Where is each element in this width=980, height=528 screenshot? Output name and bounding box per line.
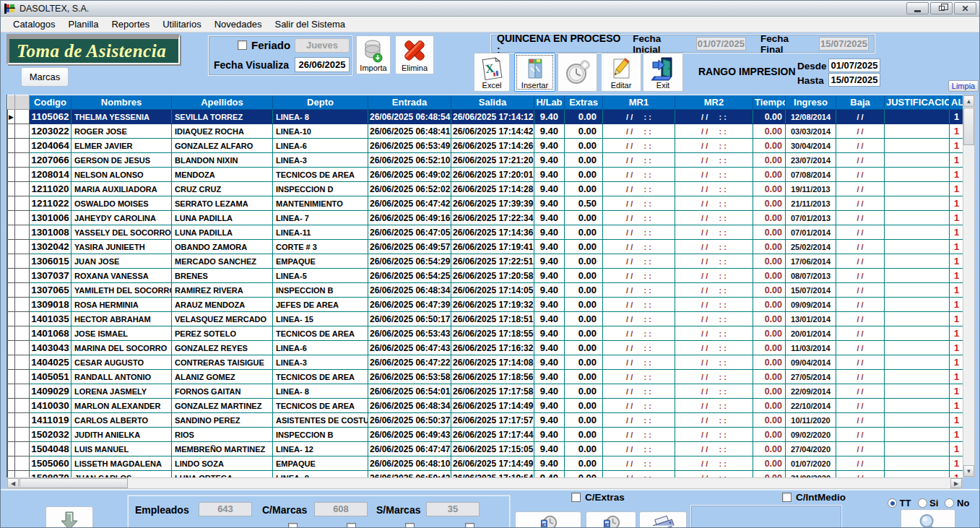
cell-depto[interactable]: LINEA- 8 [273,384,368,399]
cell-codigo[interactable]: 1211022 [30,196,71,211]
cell-ingreso[interactable]: 13/01/2014 [786,312,836,326]
cell-baja[interactable]: / / [836,442,885,456]
cell-salida[interactable]: 26/06/2025 17:14:36 [451,225,534,240]
cell-apellidos[interactable]: LUNA ORTEGA [172,471,273,478]
column-header-entrada[interactable]: Entrada [368,95,451,110]
cell-ingreso[interactable]: 07/08/2014 [786,168,836,182]
row-marker[interactable] [8,399,15,413]
cell-extras[interactable]: 0.00 [565,240,603,254]
cell-hlab[interactable]: 9.40 [534,341,565,355]
cell-salida[interactable]: 26/06/2025 17:19:32 [451,298,534,312]
cell-codigo[interactable]: 1404025 [30,355,71,370]
c-marcas-checkbox[interactable] [288,523,298,528]
radio-option-tt[interactable]: TT [888,496,911,509]
menu-item-reportes[interactable]: Reportes [105,17,156,31]
row-delete-mark[interactable] [15,269,30,283]
table-row[interactable]: 1204064ELMER JAVIERGONZALEZ ALFAROLINEA-… [8,139,963,153]
cell-entrada[interactable]: 26/06/2025 06:53:43 [368,326,451,341]
cell-tiempo[interactable]: 0.00 [753,110,786,124]
cell-tiempo[interactable]: 0.00 [753,182,786,196]
cell-mr1[interactable]: / / : : [603,139,675,153]
cell-hlab[interactable]: 9.40 [534,254,565,269]
cell-depto[interactable]: LINEA- 8 [273,471,368,478]
column-header-mr-[interactable]: MR2 [675,95,753,110]
cell-nombres[interactable]: YASIRA JUNIEETH [71,240,172,254]
cell-al[interactable]: 1 [950,471,963,478]
cell-salida[interactable]: 26/06/2025 17:20:58 [451,269,534,283]
cell-tiempo[interactable]: 0.00 [753,298,786,312]
cell-mr2[interactable]: / / : : [675,312,753,326]
cell-salida[interactable]: 26/06/2025 17:14:49 [451,456,534,471]
menu-item-novedades[interactable]: Novedades [208,17,269,31]
hscroll-thumb[interactable] [19,478,128,488]
cell-mr2[interactable]: / / : : [675,182,753,196]
cell-depto[interactable]: LINEA-5 [273,269,368,283]
cell-nombres[interactable]: JUDITH ANIELKA [71,428,172,442]
cell-al[interactable]: 1 [950,283,963,298]
cell-al[interactable]: 1 [950,298,963,312]
row-marker[interactable] [8,341,15,355]
row-delete-mark[interactable] [15,442,30,456]
row-marker[interactable] [8,442,15,456]
row-delete-mark[interactable] [15,124,30,139]
cell-apellidos[interactable]: CONTRERAS TAISIGUE [172,355,273,370]
column-header-apellidos[interactable]: Apellidos [172,95,273,110]
cell-salida[interactable]: 26/06/2025 17:22:51 [451,254,534,269]
row-delete-mark[interactable] [15,196,30,211]
cell-mr2[interactable]: / / : : [675,225,753,240]
column-header-extras[interactable]: Extras [565,95,603,110]
cell-apellidos[interactable]: BLANDON NIXIN [172,153,273,168]
cell-al[interactable]: 1 [950,442,963,456]
cell-entrada[interactable]: 26/06/2025 06:47:43 [368,341,451,355]
cell-codigo[interactable]: 1307037 [30,269,71,283]
cell-ingreso[interactable]: 09/02/2020 [786,428,836,442]
cell-nombres[interactable]: MARLON ALEXANDER [71,399,172,413]
cell-entrada[interactable]: 26/06/2025 06:48:34 [368,399,451,413]
cell-justificacion[interactable] [885,399,950,413]
cell-tiempo[interactable]: 0.00 [753,370,786,384]
radio-si-icon[interactable] [918,498,927,508]
cell-justificacion[interactable] [885,428,950,442]
cell-depto[interactable]: INSPECCION B [273,428,368,442]
cell-apellidos[interactable]: ALANIZ GOMEZ [172,370,273,384]
cell-mr1[interactable]: / / : : [603,355,675,370]
cell-al[interactable]: 1 [950,124,963,139]
cell-apellidos[interactable]: PEREZ SOTELO [172,326,273,341]
cell-tiempo[interactable]: 0.00 [753,399,786,413]
cell-al[interactable]: 1 [950,341,963,355]
cell-extras[interactable]: 0.00 [565,298,603,312]
cell-justificacion[interactable] [885,254,950,269]
cell-nombres[interactable]: YASSELY DEL SOCORRO [71,225,172,240]
cell-mr2[interactable]: / / : : [675,370,753,384]
cell-al[interactable]: 1 [950,139,963,153]
table-row[interactable]: 1211020MARIA AUXILIADORACRUZ CRUZINSPECC… [8,182,963,196]
cell-nombres[interactable]: ROGER JOSE [71,124,172,139]
row-marker[interactable]: ▶ [8,110,15,124]
cell-apellidos[interactable]: SANDINO PEREZ [172,413,273,428]
desde-input[interactable]: 01/07/2025 [828,59,880,72]
cell-baja[interactable]: / / [836,355,885,370]
cell-baja[interactable]: / / [836,298,885,312]
cell-salida[interactable]: 26/06/2025 17:14:05 [451,283,534,298]
row-marker[interactable] [8,471,15,478]
cell-mr1[interactable]: / / : : [603,182,675,196]
row-delete-mark[interactable] [15,428,30,442]
cell-extras[interactable]: 0.00 [565,413,603,428]
table-row[interactable]: 1301006JAHEYDY CAROLINALUNA PADILLALINEA… [8,211,963,225]
cell-ingreso[interactable]: 22/10/2014 [786,399,836,413]
cell-depto[interactable]: ASISTENTES DE COSTURA [273,413,368,428]
cell-apellidos[interactable]: IDIAQUEZ ROCHA [172,124,273,139]
cell-mr1[interactable]: / / : : [603,456,675,471]
cell-codigo[interactable]: 1105062 [30,110,71,124]
cell-nombres[interactable]: CESAR AUGUSTO [71,355,172,370]
cell-mr2[interactable]: / / : : [675,196,753,211]
cell-codigo[interactable]: 1306015 [30,254,71,269]
cell-justificacion[interactable] [885,182,950,196]
cell-extras[interactable]: 0.00 [565,110,603,124]
cell-justificacion[interactable] [885,312,950,326]
radio-option-si[interactable]: Si [918,496,939,509]
cell-nombres[interactable]: MARINA DEL SOCORRO [71,341,172,355]
cell-depto[interactable]: EMPAQUE [273,456,368,471]
table-row[interactable]: 1203022ROGER JOSEIDIAQUEZ ROCHALINEA-102… [8,124,963,139]
column-header-mr-[interactable]: MR1 [603,95,675,110]
